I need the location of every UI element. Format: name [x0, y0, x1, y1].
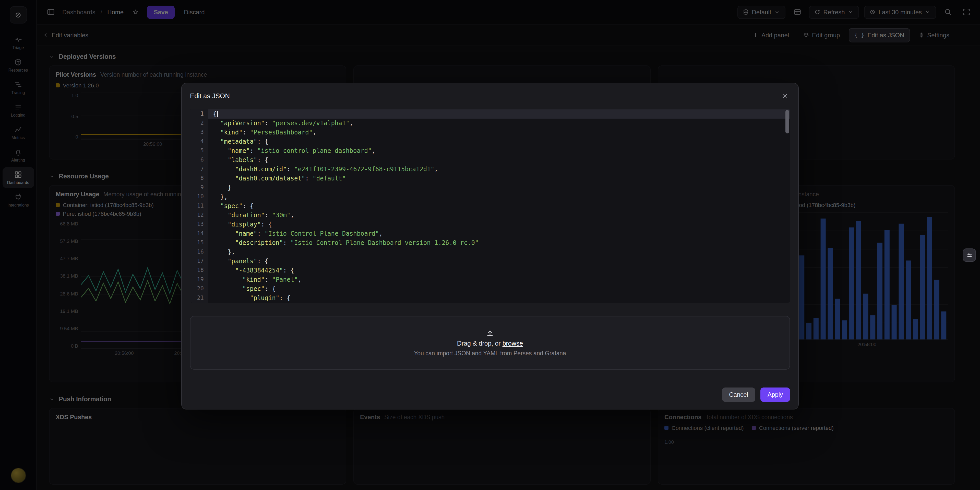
line-number: 8	[190, 174, 208, 183]
line-number: 20	[190, 284, 208, 294]
editor-gutter: 123456789101112131415161718192021	[190, 109, 208, 303]
line-number: 13	[190, 220, 208, 229]
quick-options-button[interactable]	[963, 249, 976, 262]
line-number: 7	[190, 164, 208, 174]
sliders-icon	[966, 252, 972, 258]
dialog-title: Edit as JSON	[190, 92, 230, 99]
close-icon	[782, 93, 788, 98]
line-number: 17	[190, 257, 208, 266]
text-cursor	[217, 111, 218, 117]
upload-icon	[486, 329, 494, 337]
code-line[interactable]: "kind": "Panel",	[213, 275, 790, 284]
code-line[interactable]: "name": "istio-control-plane-dashboard",	[213, 146, 790, 155]
line-number: 21	[190, 294, 208, 303]
code-line[interactable]: "display": {	[213, 220, 790, 229]
line-number: 19	[190, 275, 208, 284]
line-number: 11	[190, 201, 208, 211]
line-number: 2	[190, 119, 208, 128]
code-line[interactable]: "spec": {	[213, 284, 790, 294]
line-number: 14	[190, 229, 208, 238]
line-number: 6	[190, 155, 208, 164]
code-line[interactable]: "apiVersion": "perses.dev/v1alpha1",	[213, 119, 790, 128]
code-line[interactable]: "description": "Istio Control Plane Dash…	[213, 238, 790, 247]
code-line[interactable]: "labels": {	[213, 155, 790, 164]
code-line[interactable]: "name": "Istio Control Plane Dashboard",	[213, 229, 790, 238]
code-line[interactable]: "-4383844254": {	[213, 266, 790, 275]
close-dialog-button[interactable]	[780, 91, 790, 101]
code-line[interactable]: "plugin": {	[213, 294, 790, 303]
code-line[interactable]: "duration": "30m",	[213, 211, 790, 220]
line-number: 3	[190, 128, 208, 137]
app-root: Triage Resources Tracing Logging Metrics…	[0, 0, 980, 490]
edit-as-json-dialog: Edit as JSON 123456789101112131415161718…	[181, 83, 799, 410]
code-line[interactable]: "spec": {	[213, 201, 790, 211]
editor-code[interactable]: { "apiVersion": "perses.dev/v1alpha1", "…	[208, 109, 790, 303]
code-line[interactable]: "dash0.com/id": "e241f101-2399-4672-9f68…	[213, 164, 790, 174]
apply-button[interactable]: Apply	[760, 388, 790, 402]
browse-link[interactable]: browse	[503, 340, 523, 347]
line-number: 18	[190, 266, 208, 275]
line-number: 4	[190, 137, 208, 146]
line-number: 12	[190, 211, 208, 220]
import-dropzone[interactable]: Drag & drop, or browse You can import JS…	[190, 316, 790, 370]
line-number: 5	[190, 146, 208, 155]
code-line[interactable]: },	[213, 192, 790, 201]
line-number: 1	[190, 109, 208, 119]
code-line[interactable]: "panels": {	[213, 257, 790, 266]
code-line[interactable]: }	[213, 183, 790, 192]
dropzone-hint: You can import JSON and YAML from Perses…	[414, 350, 566, 356]
editor-scrollbar[interactable]	[786, 110, 789, 133]
code-line[interactable]: "dash0.com/dataset": "default"	[213, 174, 790, 183]
line-number: 15	[190, 238, 208, 247]
code-line[interactable]: "metadata": {	[213, 137, 790, 146]
line-number: 10	[190, 192, 208, 201]
json-code-editor[interactable]: 123456789101112131415161718192021 { "api…	[190, 109, 790, 303]
line-number: 16	[190, 247, 208, 257]
cancel-button[interactable]: Cancel	[722, 388, 755, 402]
code-line[interactable]: {	[208, 109, 790, 119]
code-line[interactable]: },	[213, 247, 790, 257]
dropzone-prompt: Drag & drop, or browse	[457, 340, 523, 347]
code-line[interactable]: "kind": "PersesDashboard",	[213, 128, 790, 137]
line-number: 9	[190, 183, 208, 192]
